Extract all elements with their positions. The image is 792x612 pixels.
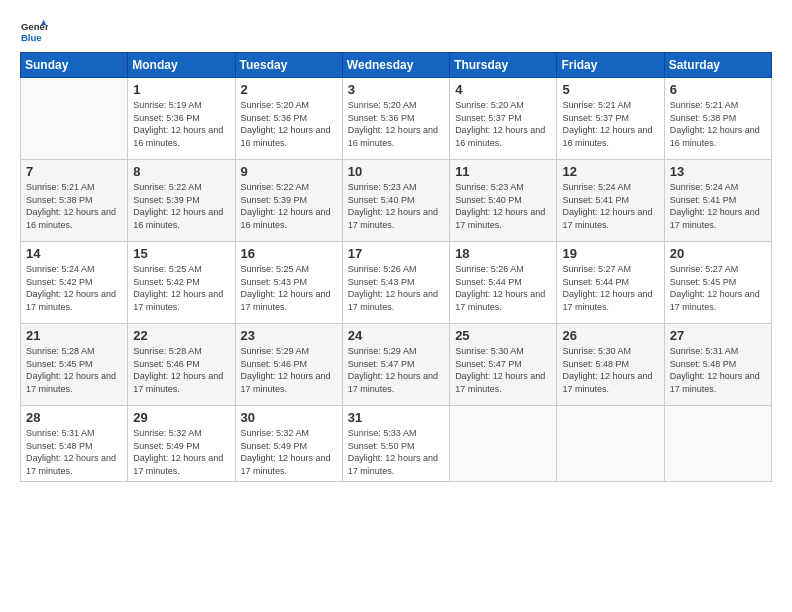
- day-number: 6: [670, 82, 766, 97]
- cell-info: Sunrise: 5:19 AMSunset: 5:36 PMDaylight:…: [133, 99, 229, 149]
- calendar-week-row: 21Sunrise: 5:28 AMSunset: 5:45 PMDayligh…: [21, 324, 772, 406]
- day-number: 2: [241, 82, 337, 97]
- day-number: 7: [26, 164, 122, 179]
- calendar-cell: 13Sunrise: 5:24 AMSunset: 5:41 PMDayligh…: [664, 160, 771, 242]
- calendar-cell: 31Sunrise: 5:33 AMSunset: 5:50 PMDayligh…: [342, 406, 449, 482]
- cell-info: Sunrise: 5:29 AMSunset: 5:47 PMDaylight:…: [348, 345, 444, 395]
- cell-info: Sunrise: 5:24 AMSunset: 5:41 PMDaylight:…: [562, 181, 658, 231]
- day-number: 16: [241, 246, 337, 261]
- calendar-cell: 1Sunrise: 5:19 AMSunset: 5:36 PMDaylight…: [128, 78, 235, 160]
- calendar-cell: 24Sunrise: 5:29 AMSunset: 5:47 PMDayligh…: [342, 324, 449, 406]
- day-number: 23: [241, 328, 337, 343]
- calendar-cell: 5Sunrise: 5:21 AMSunset: 5:37 PMDaylight…: [557, 78, 664, 160]
- column-header-friday: Friday: [557, 53, 664, 78]
- calendar-header-row: SundayMondayTuesdayWednesdayThursdayFrid…: [21, 53, 772, 78]
- day-number: 3: [348, 82, 444, 97]
- cell-info: Sunrise: 5:21 AMSunset: 5:37 PMDaylight:…: [562, 99, 658, 149]
- cell-info: Sunrise: 5:21 AMSunset: 5:38 PMDaylight:…: [26, 181, 122, 231]
- calendar-cell: [664, 406, 771, 482]
- cell-info: Sunrise: 5:27 AMSunset: 5:44 PMDaylight:…: [562, 263, 658, 313]
- calendar: SundayMondayTuesdayWednesdayThursdayFrid…: [20, 52, 772, 482]
- cell-info: Sunrise: 5:25 AMSunset: 5:43 PMDaylight:…: [241, 263, 337, 313]
- column-header-monday: Monday: [128, 53, 235, 78]
- day-number: 26: [562, 328, 658, 343]
- calendar-cell: 11Sunrise: 5:23 AMSunset: 5:40 PMDayligh…: [450, 160, 557, 242]
- calendar-cell: [21, 78, 128, 160]
- column-header-tuesday: Tuesday: [235, 53, 342, 78]
- calendar-cell: 17Sunrise: 5:26 AMSunset: 5:43 PMDayligh…: [342, 242, 449, 324]
- header: General Blue: [20, 18, 772, 46]
- cell-info: Sunrise: 5:24 AMSunset: 5:41 PMDaylight:…: [670, 181, 766, 231]
- page: General Blue SundayMondayTuesdayWednesda…: [0, 0, 792, 612]
- calendar-week-row: 1Sunrise: 5:19 AMSunset: 5:36 PMDaylight…: [21, 78, 772, 160]
- calendar-cell: 7Sunrise: 5:21 AMSunset: 5:38 PMDaylight…: [21, 160, 128, 242]
- cell-info: Sunrise: 5:23 AMSunset: 5:40 PMDaylight:…: [348, 181, 444, 231]
- day-number: 8: [133, 164, 229, 179]
- day-number: 15: [133, 246, 229, 261]
- day-number: 9: [241, 164, 337, 179]
- cell-info: Sunrise: 5:32 AMSunset: 5:49 PMDaylight:…: [241, 427, 337, 477]
- calendar-cell: 20Sunrise: 5:27 AMSunset: 5:45 PMDayligh…: [664, 242, 771, 324]
- day-number: 12: [562, 164, 658, 179]
- cell-info: Sunrise: 5:21 AMSunset: 5:38 PMDaylight:…: [670, 99, 766, 149]
- day-number: 18: [455, 246, 551, 261]
- cell-info: Sunrise: 5:30 AMSunset: 5:47 PMDaylight:…: [455, 345, 551, 395]
- cell-info: Sunrise: 5:27 AMSunset: 5:45 PMDaylight:…: [670, 263, 766, 313]
- day-number: 22: [133, 328, 229, 343]
- calendar-cell: 21Sunrise: 5:28 AMSunset: 5:45 PMDayligh…: [21, 324, 128, 406]
- cell-info: Sunrise: 5:26 AMSunset: 5:44 PMDaylight:…: [455, 263, 551, 313]
- calendar-cell: 19Sunrise: 5:27 AMSunset: 5:44 PMDayligh…: [557, 242, 664, 324]
- calendar-cell: 12Sunrise: 5:24 AMSunset: 5:41 PMDayligh…: [557, 160, 664, 242]
- column-header-saturday: Saturday: [664, 53, 771, 78]
- calendar-cell: 23Sunrise: 5:29 AMSunset: 5:46 PMDayligh…: [235, 324, 342, 406]
- cell-info: Sunrise: 5:25 AMSunset: 5:42 PMDaylight:…: [133, 263, 229, 313]
- cell-info: Sunrise: 5:33 AMSunset: 5:50 PMDaylight:…: [348, 427, 444, 477]
- day-number: 20: [670, 246, 766, 261]
- day-number: 5: [562, 82, 658, 97]
- calendar-cell: 15Sunrise: 5:25 AMSunset: 5:42 PMDayligh…: [128, 242, 235, 324]
- cell-info: Sunrise: 5:22 AMSunset: 5:39 PMDaylight:…: [241, 181, 337, 231]
- cell-info: Sunrise: 5:20 AMSunset: 5:36 PMDaylight:…: [241, 99, 337, 149]
- logo-icon: General Blue: [20, 18, 48, 46]
- cell-info: Sunrise: 5:20 AMSunset: 5:36 PMDaylight:…: [348, 99, 444, 149]
- cell-info: Sunrise: 5:23 AMSunset: 5:40 PMDaylight:…: [455, 181, 551, 231]
- calendar-cell: 3Sunrise: 5:20 AMSunset: 5:36 PMDaylight…: [342, 78, 449, 160]
- calendar-cell: 29Sunrise: 5:32 AMSunset: 5:49 PMDayligh…: [128, 406, 235, 482]
- day-number: 29: [133, 410, 229, 425]
- calendar-cell: 27Sunrise: 5:31 AMSunset: 5:48 PMDayligh…: [664, 324, 771, 406]
- day-number: 13: [670, 164, 766, 179]
- calendar-cell: 18Sunrise: 5:26 AMSunset: 5:44 PMDayligh…: [450, 242, 557, 324]
- cell-info: Sunrise: 5:24 AMSunset: 5:42 PMDaylight:…: [26, 263, 122, 313]
- calendar-cell: 4Sunrise: 5:20 AMSunset: 5:37 PMDaylight…: [450, 78, 557, 160]
- day-number: 19: [562, 246, 658, 261]
- calendar-cell: 8Sunrise: 5:22 AMSunset: 5:39 PMDaylight…: [128, 160, 235, 242]
- column-header-sunday: Sunday: [21, 53, 128, 78]
- day-number: 27: [670, 328, 766, 343]
- cell-info: Sunrise: 5:29 AMSunset: 5:46 PMDaylight:…: [241, 345, 337, 395]
- calendar-cell: 25Sunrise: 5:30 AMSunset: 5:47 PMDayligh…: [450, 324, 557, 406]
- day-number: 4: [455, 82, 551, 97]
- day-number: 14: [26, 246, 122, 261]
- calendar-week-row: 28Sunrise: 5:31 AMSunset: 5:48 PMDayligh…: [21, 406, 772, 482]
- day-number: 21: [26, 328, 122, 343]
- calendar-week-row: 14Sunrise: 5:24 AMSunset: 5:42 PMDayligh…: [21, 242, 772, 324]
- cell-info: Sunrise: 5:32 AMSunset: 5:49 PMDaylight:…: [133, 427, 229, 477]
- day-number: 11: [455, 164, 551, 179]
- cell-info: Sunrise: 5:30 AMSunset: 5:48 PMDaylight:…: [562, 345, 658, 395]
- cell-info: Sunrise: 5:31 AMSunset: 5:48 PMDaylight:…: [26, 427, 122, 477]
- day-number: 10: [348, 164, 444, 179]
- calendar-cell: 10Sunrise: 5:23 AMSunset: 5:40 PMDayligh…: [342, 160, 449, 242]
- calendar-cell: 28Sunrise: 5:31 AMSunset: 5:48 PMDayligh…: [21, 406, 128, 482]
- day-number: 30: [241, 410, 337, 425]
- calendar-cell: 22Sunrise: 5:28 AMSunset: 5:46 PMDayligh…: [128, 324, 235, 406]
- calendar-cell: [450, 406, 557, 482]
- cell-info: Sunrise: 5:26 AMSunset: 5:43 PMDaylight:…: [348, 263, 444, 313]
- calendar-week-row: 7Sunrise: 5:21 AMSunset: 5:38 PMDaylight…: [21, 160, 772, 242]
- calendar-cell: 2Sunrise: 5:20 AMSunset: 5:36 PMDaylight…: [235, 78, 342, 160]
- calendar-cell: 14Sunrise: 5:24 AMSunset: 5:42 PMDayligh…: [21, 242, 128, 324]
- calendar-cell: 6Sunrise: 5:21 AMSunset: 5:38 PMDaylight…: [664, 78, 771, 160]
- cell-info: Sunrise: 5:28 AMSunset: 5:46 PMDaylight:…: [133, 345, 229, 395]
- day-number: 25: [455, 328, 551, 343]
- cell-info: Sunrise: 5:31 AMSunset: 5:48 PMDaylight:…: [670, 345, 766, 395]
- cell-info: Sunrise: 5:28 AMSunset: 5:45 PMDaylight:…: [26, 345, 122, 395]
